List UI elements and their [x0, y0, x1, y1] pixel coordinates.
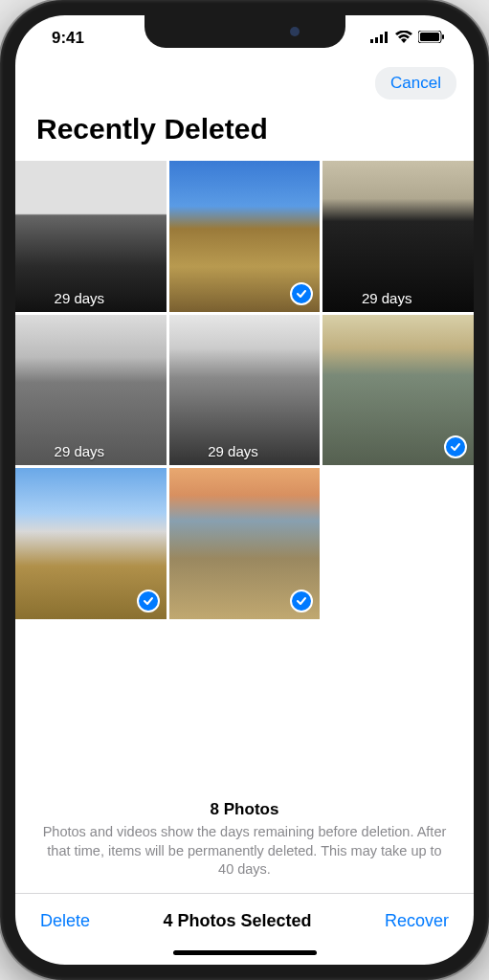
status-icons: [370, 29, 445, 48]
nav-bar: Cancel: [15, 61, 474, 105]
svg-rect-1: [375, 37, 378, 43]
svg-rect-6: [442, 34, 444, 39]
days-remaining-label: 29 days: [15, 290, 144, 306]
toolbar: Delete 4 Photos Selected Recover: [15, 893, 474, 945]
status-time: 9:41: [52, 29, 84, 48]
svg-rect-2: [380, 34, 383, 43]
screen: 9:41 Cancel Recently Deleted 29 days29 d…: [15, 15, 474, 965]
photo-thumb[interactable]: [15, 468, 167, 619]
summary: 8 Photos Photos and videos show the days…: [15, 789, 474, 893]
photo-thumb[interactable]: [322, 315, 474, 466]
photo-thumb[interactable]: 29 days: [169, 315, 321, 466]
photo-thumb[interactable]: 29 days: [15, 161, 167, 312]
spacer: [15, 619, 474, 789]
wifi-icon: [395, 29, 412, 48]
svg-rect-5: [420, 33, 439, 41]
checkmark-icon: [290, 282, 313, 305]
cellular-icon: [370, 29, 389, 48]
recover-button[interactable]: Recover: [381, 907, 453, 935]
summary-count: 8 Photos: [40, 800, 449, 819]
summary-desc: Photos and videos show the days remainin…: [40, 823, 449, 880]
page-title: Recently Deleted: [15, 105, 474, 161]
notch: [144, 15, 345, 48]
days-remaining-label: 29 days: [15, 443, 144, 459]
checkmark-icon: [137, 590, 160, 612]
photo-thumb[interactable]: [169, 161, 321, 312]
days-remaining-label: 29 days: [169, 443, 298, 459]
delete-button[interactable]: Delete: [36, 907, 94, 935]
photo-thumb[interactable]: 29 days: [322, 161, 474, 312]
photo-thumb[interactable]: 29 days: [15, 315, 167, 466]
photo-grid: 29 days29 days29 days29 days: [15, 161, 474, 619]
photo-thumb[interactable]: [169, 468, 321, 619]
cancel-button[interactable]: Cancel: [375, 67, 456, 100]
svg-rect-0: [370, 39, 373, 43]
phone-frame: 9:41 Cancel Recently Deleted 29 days29 d…: [0, 0, 489, 980]
days-remaining-label: 29 days: [322, 290, 451, 306]
home-indicator[interactable]: [173, 950, 317, 955]
battery-icon: [418, 29, 445, 48]
selection-count: 4 Photos Selected: [163, 911, 311, 931]
svg-rect-3: [385, 32, 388, 43]
